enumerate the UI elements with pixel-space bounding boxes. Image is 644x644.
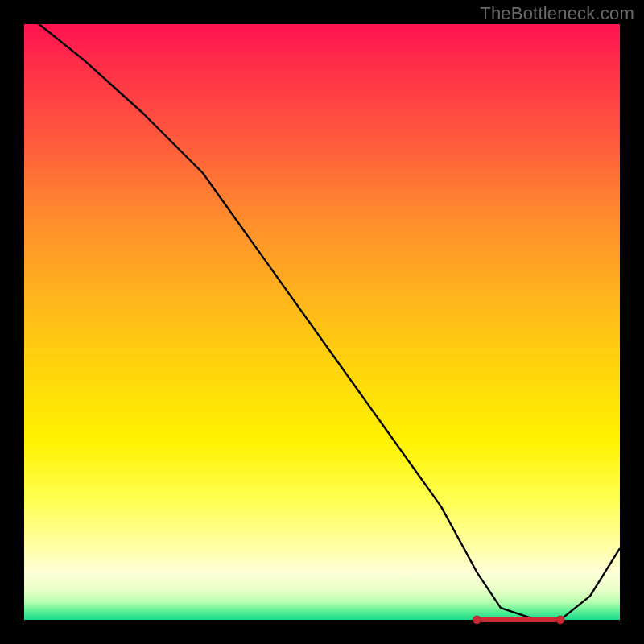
chart-container: TheBottleneck.com [0,0,644,644]
chart-svg [24,24,620,620]
marker-dot-1 [556,616,564,624]
bottleneck-curve [24,12,620,620]
plot-area [24,24,620,620]
watermark-text: TheBottleneck.com [480,3,634,24]
minimum-markers [473,616,564,624]
marker-band [477,617,560,622]
marker-dot-0 [473,616,481,624]
